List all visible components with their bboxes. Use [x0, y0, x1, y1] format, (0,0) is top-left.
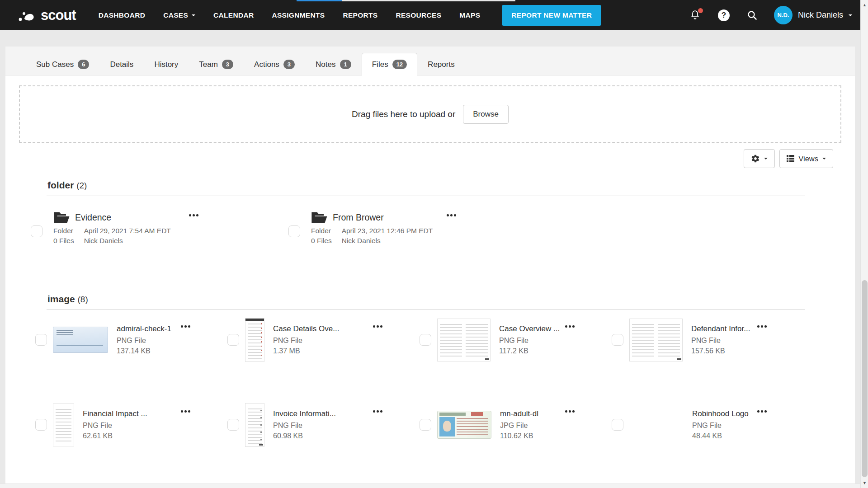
file-size: 137.14 KB — [117, 346, 171, 356]
file-item[interactable]: mn-adult-dl JPG File 110.62 KB — [420, 402, 612, 447]
file-type: PNG File — [499, 335, 560, 346]
file-item[interactable]: Robinhood Logo PNG File 48.44 KB — [612, 402, 804, 447]
user-menu[interactable]: N.D. Nick Daniels — [774, 6, 852, 24]
tab-details[interactable]: Details — [99, 53, 144, 75]
tab-files[interactable]: Files12 — [362, 53, 417, 75]
file-size: 60.98 KB — [273, 431, 336, 441]
scout-logo-icon — [18, 8, 39, 23]
chevron-down-icon — [192, 14, 195, 18]
file-title[interactable]: mn-adult-dl — [500, 408, 538, 419]
report-new-matter-button[interactable]: REPORT NEW MATTER — [502, 5, 601, 26]
more-options-icon[interactable] — [181, 410, 190, 413]
file-title[interactable]: Case Details Ove... — [273, 324, 339, 334]
license-header — [439, 413, 466, 416]
select-checkbox[interactable] — [612, 334, 623, 346]
folder-section-heading: folder (2) — [47, 180, 810, 191]
file-title[interactable]: Invoice Informati... — [273, 408, 336, 419]
folder-item[interactable]: Evidence FolderApril 29, 2021 7:54 AM ED… — [31, 209, 288, 248]
file-item[interactable]: Invoice Informati... PNG File 60.98 KB — [227, 402, 420, 447]
file-thumbnail[interactable] — [245, 318, 264, 362]
more-options-icon[interactable] — [565, 325, 575, 328]
license-photo — [439, 417, 455, 436]
file-item[interactable]: Defendant Infor... PNG File 157.56 KB — [612, 317, 804, 362]
select-checkbox[interactable] — [420, 334, 431, 346]
select-checkbox[interactable] — [35, 419, 47, 431]
select-checkbox[interactable] — [31, 225, 42, 237]
search-button[interactable] — [745, 9, 759, 22]
file-type: PNG File — [273, 335, 339, 346]
file-details: admiral-check-1 PNG File 137.14 KB — [117, 324, 171, 356]
views-dropdown-button[interactable]: Views — [779, 149, 833, 168]
scroll-down-arrow[interactable]: ▼ — [861, 479, 868, 487]
scrollbar-thumb[interactable] — [862, 280, 868, 477]
nav-maps[interactable]: MAPS — [459, 11, 480, 19]
notification-dot — [698, 8, 703, 13]
tab-team[interactable]: Team3 — [189, 53, 244, 75]
help-button[interactable]: ? — [717, 9, 731, 22]
file-size: 62.61 KB — [83, 431, 147, 441]
select-checkbox[interactable] — [612, 419, 623, 431]
file-title[interactable]: admiral-check-1 — [117, 324, 171, 334]
more-options-icon[interactable] — [757, 410, 767, 413]
file-thumbnail[interactable] — [629, 411, 684, 439]
chevron-down-icon — [849, 14, 852, 18]
file-thumbnail[interactable] — [437, 319, 491, 361]
file-thumbnail[interactable] — [53, 327, 108, 353]
file-item[interactable]: Case Details Ove... PNG File 1.37 MB — [227, 317, 420, 362]
file-title[interactable]: Financial Impact ... — [83, 408, 147, 419]
nav-resources[interactable]: RESOURCES — [396, 11, 441, 19]
file-title[interactable]: Case Overview ... — [499, 324, 560, 334]
image-grid: admiral-check-1 PNG File 137.14 KB Case … — [5, 317, 855, 447]
more-options-icon[interactable] — [565, 410, 575, 413]
scout-logo[interactable]: scout — [18, 7, 76, 23]
more-options-icon[interactable] — [373, 410, 382, 413]
select-checkbox[interactable] — [227, 334, 239, 346]
nav-cases[interactable]: CASES — [163, 11, 195, 19]
file-dropzone[interactable]: Drag files here to upload or Browse — [19, 85, 841, 143]
tab-notes[interactable]: Notes1 — [305, 53, 362, 75]
top-navbar: scout DASHBOARD CASES CALENDAR ASSIGNMEN… — [0, 0, 860, 30]
select-checkbox[interactable] — [288, 225, 300, 237]
select-checkbox[interactable] — [420, 419, 431, 431]
file-item[interactable]: admiral-check-1 PNG File 137.14 KB — [35, 317, 227, 362]
file-type: PNG File — [692, 420, 749, 431]
tab-reports[interactable]: Reports — [417, 53, 465, 75]
folder-item[interactable]: From Brower FolderApril 23, 2021 12:46 P… — [288, 209, 546, 248]
file-title[interactable]: Defendant Infor... — [691, 324, 750, 334]
more-options-icon[interactable] — [373, 325, 382, 328]
folder-title[interactable]: From Brower — [333, 212, 384, 223]
more-options-icon[interactable] — [757, 325, 767, 328]
tab-history[interactable]: History — [144, 53, 189, 75]
image-section-heading: image (8) — [47, 294, 810, 305]
more-options-icon[interactable] — [447, 214, 456, 216]
more-options-icon[interactable] — [181, 325, 190, 328]
file-thumbnail[interactable] — [245, 403, 264, 447]
open-folder-icon — [311, 211, 327, 224]
select-checkbox[interactable] — [227, 419, 239, 431]
file-thumbnail[interactable] — [53, 404, 74, 446]
tab-sub-cases[interactable]: Sub Cases6 — [26, 53, 99, 75]
file-title[interactable]: Robinhood Logo — [692, 408, 749, 419]
nav-assignments[interactable]: ASSIGNMENTS — [272, 11, 325, 19]
file-size: 110.62 KB — [500, 431, 538, 441]
file-item[interactable]: Financial Impact ... PNG File 62.61 KB — [35, 402, 227, 447]
file-thumbnail[interactable] — [629, 319, 683, 361]
scroll-up-arrow[interactable]: ▲ — [861, 1, 868, 9]
list-icon — [787, 155, 794, 162]
nav-calendar[interactable]: CALENDAR — [213, 11, 254, 19]
select-checkbox[interactable] — [35, 334, 47, 346]
horizontal-scrollbar[interactable] — [0, 483, 860, 488]
browse-button[interactable]: Browse — [463, 105, 509, 124]
folder-details: Evidence FolderApril 29, 2021 7:54 AM ED… — [53, 211, 171, 245]
file-item[interactable]: Case Overview ... PNG File 117.2 KB — [420, 317, 612, 362]
chevron-down-icon — [764, 158, 768, 161]
tab-actions[interactable]: Actions3 — [244, 53, 305, 75]
more-options-icon[interactable] — [189, 214, 198, 216]
notifications-button[interactable] — [689, 9, 702, 22]
nav-dashboard[interactable]: DASHBOARD — [99, 11, 145, 19]
settings-dropdown-button[interactable] — [744, 149, 775, 168]
vertical-scrollbar[interactable]: ▲ ▼ — [860, 0, 868, 488]
file-thumbnail[interactable] — [437, 411, 491, 439]
folder-title[interactable]: Evidence — [75, 212, 111, 223]
nav-reports[interactable]: REPORTS — [343, 11, 377, 19]
